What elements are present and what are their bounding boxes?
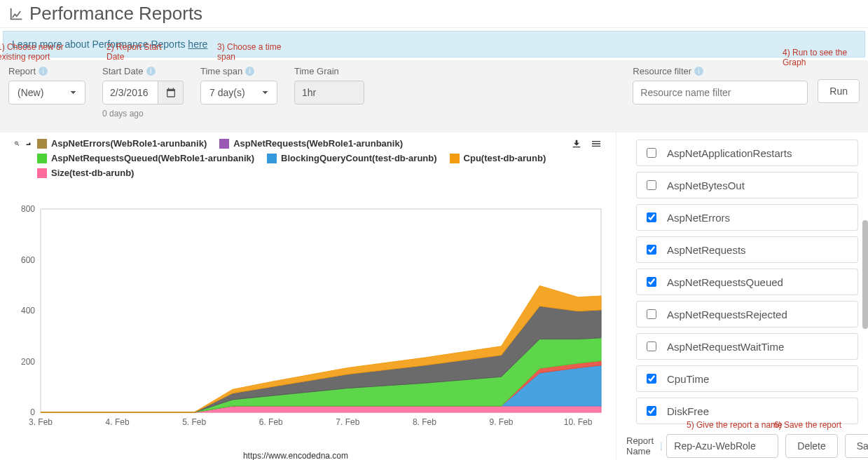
filter-label: AspNetApplicationRestarts bbox=[667, 147, 792, 159]
report-group: Reporti (New) bbox=[8, 66, 85, 119]
annotation-4: 4) Run to see the Graph bbox=[783, 48, 860, 67]
calendar-button[interactable] bbox=[158, 81, 184, 104]
filter-checkbox[interactable] bbox=[647, 212, 656, 222]
svg-text:9. Feb: 9. Feb bbox=[490, 417, 514, 427]
filter-label: AspNetRequestsRejected bbox=[667, 309, 787, 320]
annotation-2: 2) Report Start Date bbox=[106, 42, 177, 62]
run-button[interactable]: Run bbox=[818, 79, 860, 103]
svg-text:4. Feb: 4. Feb bbox=[106, 417, 130, 427]
page-header: Performance Reports bbox=[0, 0, 868, 28]
legend-swatch bbox=[219, 139, 229, 149]
zoom-in-icon[interactable] bbox=[14, 138, 20, 149]
svg-text:5. Feb: 5. Feb bbox=[182, 417, 206, 427]
reportname-label: Report Name bbox=[626, 435, 654, 456]
controls-bar: 1) Choose new or existing report 2) Repo… bbox=[0, 60, 868, 133]
timegrain-input bbox=[294, 81, 364, 104]
legend-swatch bbox=[267, 154, 277, 163]
filter-item[interactable]: AspNetBytesOut bbox=[636, 172, 858, 198]
side-panel: AspNetApplicationRestartsAspNetBytesOutA… bbox=[616, 133, 868, 460]
legend-item[interactable]: Cpu(test-db-arunb) bbox=[450, 153, 546, 163]
filter-checkbox[interactable] bbox=[647, 148, 656, 158]
area-chart: 02004006008003. Feb4. Feb5. Feb6. Feb7. … bbox=[6, 181, 608, 433]
chart-legend: AspNetErrors(WebRole1-arunbanik)AspNetRe… bbox=[37, 138, 565, 178]
filter-label: AspNetRequestWaitTime bbox=[667, 341, 784, 353]
filter-label: AspNetErrors bbox=[667, 212, 730, 224]
start-date-input[interactable] bbox=[102, 81, 158, 104]
timespan-select[interactable]: 7 day(s) bbox=[200, 81, 277, 104]
info-icon: i bbox=[661, 442, 662, 451]
filter-checkbox[interactable] bbox=[647, 374, 656, 384]
filter-checkbox[interactable] bbox=[647, 341, 656, 351]
area-chart-icon[interactable] bbox=[25, 138, 31, 149]
legend-swatch bbox=[450, 154, 460, 163]
svg-text:6. Feb: 6. Feb bbox=[259, 417, 283, 427]
filter-item[interactable]: AspNetRequestsQueued bbox=[636, 269, 858, 295]
resfilter-group: Resource filteri bbox=[633, 66, 808, 104]
calendar-icon bbox=[165, 87, 177, 98]
scrollbar-thumb[interactable] bbox=[862, 220, 868, 329]
svg-text:8. Feb: 8. Feb bbox=[413, 417, 436, 427]
filter-checkbox[interactable] bbox=[647, 309, 656, 319]
filter-item[interactable]: AspNetRequestWaitTime bbox=[636, 333, 858, 360]
svg-text:600: 600 bbox=[21, 255, 35, 265]
info-icon: i bbox=[146, 67, 156, 76]
info-icon: i bbox=[245, 67, 254, 76]
main-area: AspNetErrors(WebRole1-arunbanik)AspNetRe… bbox=[0, 133, 868, 460]
filter-item[interactable]: CpuTime bbox=[636, 365, 858, 392]
legend-item[interactable]: BlockingQueryCount(test-db-arunb) bbox=[267, 153, 436, 163]
startdate-group: Start Datei 0 days ago bbox=[102, 66, 184, 119]
filter-item[interactable]: AspNetApplicationRestarts bbox=[636, 140, 858, 166]
timegrain-group: Time Grain bbox=[294, 66, 364, 119]
reportname-input[interactable] bbox=[666, 434, 778, 458]
chart-line-icon bbox=[8, 6, 24, 22]
delete-button[interactable]: Delete bbox=[785, 434, 837, 458]
page-title: Performance Reports bbox=[29, 3, 202, 25]
svg-text:7. Feb: 7. Feb bbox=[336, 417, 359, 427]
save-button[interactable]: Save bbox=[845, 434, 868, 458]
filter-item[interactable]: AspNetErrors bbox=[636, 204, 858, 231]
annotation-3: 3) Choose a time span bbox=[217, 42, 301, 62]
filter-checkbox[interactable] bbox=[647, 180, 656, 190]
svg-text:200: 200 bbox=[21, 357, 35, 367]
svg-text:400: 400 bbox=[21, 306, 35, 316]
days-ago-text: 0 days ago bbox=[102, 109, 184, 119]
watermark-text: https://www.encodedna.com bbox=[243, 451, 348, 460]
legend-item[interactable]: AspNetErrors(WebRole1-arunbanik) bbox=[37, 138, 207, 149]
menu-icon[interactable] bbox=[591, 138, 602, 149]
legend-swatch bbox=[37, 168, 47, 178]
save-bar: 5) Give the report a name 6) Save the re… bbox=[616, 427, 868, 460]
report-select[interactable]: (New) bbox=[8, 81, 85, 104]
svg-text:0: 0 bbox=[30, 407, 35, 417]
filter-label: CpuTime bbox=[667, 373, 709, 385]
filter-item[interactable]: AspNetRequests bbox=[636, 236, 858, 263]
filter-checkbox[interactable] bbox=[647, 245, 656, 255]
resource-filter-input[interactable] bbox=[633, 81, 808, 104]
legend-item[interactable]: AspNetRequestsQueued(WebRole1-arunbanik) bbox=[37, 153, 254, 163]
info-icon: i bbox=[39, 67, 48, 76]
legend-item[interactable]: AspNetRequests(WebRole1-arunbanik) bbox=[219, 138, 403, 149]
learn-more-link[interactable]: here bbox=[188, 39, 207, 50]
chart-panel: AspNetErrors(WebRole1-arunbanik)AspNetRe… bbox=[0, 133, 616, 460]
filter-checkbox[interactable] bbox=[647, 277, 656, 287]
info-icon: i bbox=[694, 67, 703, 76]
filter-label: AspNetRequestsQueued bbox=[667, 276, 783, 288]
annotation-1: 1) Choose new or existing report bbox=[0, 42, 88, 62]
svg-text:3. Feb: 3. Feb bbox=[29, 417, 53, 427]
annotation-6: 6) Save the report bbox=[774, 420, 841, 430]
download-icon[interactable] bbox=[571, 138, 582, 149]
filter-item[interactable]: AspNetRequestsRejected bbox=[636, 301, 858, 327]
filter-label: AspNetBytesOut bbox=[667, 180, 745, 191]
legend-swatch bbox=[37, 139, 47, 149]
legend-swatch bbox=[37, 154, 47, 163]
filter-label: DiskFree bbox=[667, 405, 709, 417]
filter-label: AspNetRequests bbox=[667, 244, 746, 256]
svg-text:10. Feb: 10. Feb bbox=[564, 417, 593, 427]
legend-item[interactable]: Size(test-db-arunb) bbox=[37, 168, 134, 178]
svg-text:800: 800 bbox=[21, 204, 35, 214]
filter-list[interactable]: AspNetApplicationRestartsAspNetBytesOutA… bbox=[616, 133, 868, 427]
timespan-group: Time spani 7 day(s) bbox=[200, 66, 277, 119]
annotation-5: 5) Give the report a name bbox=[687, 420, 783, 430]
filter-checkbox[interactable] bbox=[647, 406, 656, 416]
